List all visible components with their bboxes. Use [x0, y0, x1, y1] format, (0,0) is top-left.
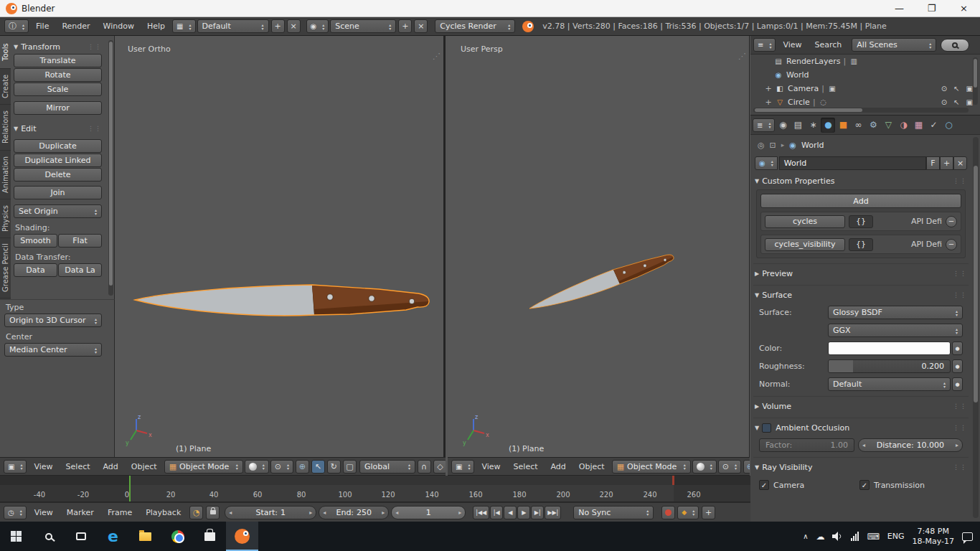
menu-window[interactable]: Window	[98, 22, 140, 31]
ao-distance-field[interactable]: Distance: 10.000	[858, 438, 963, 452]
custom-properties-header[interactable]: ▼ Custom Properties ⋮⋮	[755, 174, 967, 187]
translate-manipulator-button[interactable]: ↖	[311, 460, 325, 474]
timeline-menu-playback[interactable]: Playback	[140, 508, 187, 517]
outliner-row-camera[interactable]: + ◧ Camera | ▣ ⊙ ↖ ▣	[750, 82, 980, 95]
tab-modifiers[interactable]: ⚙	[866, 118, 880, 133]
mirror-button[interactable]: Mirror	[14, 101, 102, 115]
view-menu[interactable]: View	[476, 462, 506, 471]
next-keyframe-button[interactable]: ▶|	[531, 506, 544, 519]
scrollbar-thumb[interactable]	[755, 108, 862, 112]
file-explorer-button[interactable]	[129, 522, 161, 551]
screen-layout-icon-button[interactable]: ▦ ▴▾	[172, 19, 195, 33]
tab-relations[interactable]: Relations	[0, 105, 11, 151]
edit-panel-header[interactable]: ▼ Edit ⋮⋮	[14, 122, 102, 135]
ray-visibility-header[interactable]: ▼ Ray Visibility ⋮⋮	[755, 461, 967, 474]
editor-type-timeline-button[interactable]: ◷ ▴▾	[4, 506, 27, 519]
edge-button[interactable]: e	[97, 522, 129, 551]
object-menu[interactable]: Object	[126, 462, 163, 471]
tool-shelf-scrollbar[interactable]	[108, 40, 113, 296]
mode-dropdown[interactable]: ▦ Object Mode ▴▾	[612, 460, 691, 474]
add-layout-button[interactable]: +	[271, 19, 285, 33]
knife-object[interactable]	[527, 249, 676, 316]
store-button[interactable]	[194, 522, 226, 551]
node-socket-button[interactable]: ●	[952, 359, 963, 373]
properties-scrollbar[interactable]	[973, 137, 979, 518]
new-datablock-button[interactable]: +	[940, 156, 953, 170]
outliner-menu-view[interactable]: View	[777, 40, 807, 50]
mode-dropdown[interactable]: ▦ Object Mode ▴▾	[164, 460, 243, 474]
transmission-checkbox[interactable]: ✓	[859, 480, 870, 490]
selectability-cursor-icon[interactable]: ↖	[953, 85, 959, 93]
delete-button[interactable]: Delete	[14, 168, 102, 182]
viewport-corner-handle[interactable]: ⋰	[433, 52, 440, 61]
tab-texture[interactable]: ▦	[911, 118, 925, 133]
scene-icon-button[interactable]: ◉ ▴▾	[306, 19, 329, 33]
distribution-dropdown[interactable]: GGX ▴▾	[828, 324, 963, 337]
editor-type-3dview-button[interactable]: ▣ ▴▾	[451, 460, 474, 474]
tab-physics[interactable]: Physics	[0, 199, 11, 238]
edit-property-button[interactable]: −	[946, 216, 957, 227]
tab-render-layers[interactable]: ▤	[791, 118, 805, 133]
manipulator-toggle-button[interactable]: ⊕	[743, 460, 750, 474]
tab-object-data[interactable]: ▽	[881, 118, 895, 133]
maximize-button[interactable]: ❐	[915, 0, 948, 17]
set-origin-dropdown[interactable]: Set Origin ▴▾	[14, 204, 102, 218]
tab-scene[interactable]: ∗	[806, 118, 820, 133]
outliner-menu-search[interactable]: Search	[809, 40, 848, 50]
knife-object[interactable]	[135, 285, 429, 316]
transform-panel-header[interactable]: ▼ Transform ⋮⋮	[14, 40, 102, 53]
play-button[interactable]: ▶	[517, 506, 530, 519]
tab-create[interactable]: Create	[0, 69, 11, 105]
start-frame-field[interactable]: Start: 1	[225, 506, 316, 519]
outliner-row-renderlayers[interactable]: ▤ RenderLayers | ▥	[750, 55, 980, 68]
outliner-hscrollbar[interactable]	[753, 108, 969, 113]
timeline-menu-marker[interactable]: Marker	[61, 508, 100, 517]
tab-tools[interactable]: Tools	[0, 36, 11, 69]
duplicate-button[interactable]: Duplicate	[14, 139, 102, 153]
node-socket-button[interactable]: ●	[952, 342, 963, 355]
tray-expand-icon[interactable]: ∧	[803, 532, 808, 541]
delete-scene-button[interactable]: ×	[414, 19, 428, 33]
normal-dropdown[interactable]: Default ▴▾	[828, 377, 951, 391]
transform-orientation-dropdown[interactable]: Global ▴▾	[359, 460, 415, 474]
view-menu[interactable]: View	[28, 462, 58, 471]
translate-button[interactable]: Translate	[14, 54, 102, 67]
jump-to-start-button[interactable]: |◀◀	[473, 506, 489, 519]
data-transfer-data-button[interactable]: Data	[14, 263, 57, 277]
property-value-field[interactable]: {}	[849, 238, 873, 251]
notification-center-icon[interactable]	[962, 532, 973, 541]
keying-set-dropdown[interactable]: ◆ ▴▾	[677, 506, 699, 519]
chrome-button[interactable]	[161, 522, 194, 551]
network-icon[interactable]	[851, 532, 859, 541]
menu-file[interactable]: File	[30, 22, 55, 31]
editor-type-outliner-button[interactable]: ≡ ▴▾	[753, 38, 776, 52]
scrollbar-thumb[interactable]	[974, 166, 978, 402]
menu-help[interactable]: Help	[141, 22, 171, 31]
jump-to-end-button[interactable]: ▶▶|	[545, 506, 561, 519]
outliner-scope-dropdown[interactable]: All Scenes ▴▾	[852, 38, 936, 52]
ambient-occlusion-header[interactable]: ▼ Ambient Occlusion ⋮⋮	[755, 421, 967, 434]
language-indicator[interactable]: ENG	[887, 532, 905, 541]
edit-property-button[interactable]: −	[946, 239, 957, 250]
property-name-button[interactable]: cycles	[765, 215, 845, 228]
duplicate-linked-button[interactable]: Duplicate Linked	[14, 154, 102, 167]
viewport-shading-dropdown[interactable]: ▴▾	[692, 460, 717, 474]
tab-object[interactable]: ■	[836, 118, 850, 133]
insert-keyframe-button[interactable]: +	[702, 506, 715, 519]
editor-type-properties-button[interactable]: ≣ ▴▾	[753, 118, 775, 132]
timeline-menu-frame[interactable]: Frame	[102, 508, 138, 517]
center-dropdown[interactable]: Median Center ▴▾	[4, 343, 102, 357]
editor-type-info-button[interactable]: ⓘ ▴▾	[4, 19, 29, 33]
tab-animation[interactable]: Animation	[0, 151, 11, 199]
node-socket-button[interactable]: ●	[952, 377, 963, 391]
rotate-button[interactable]: Rotate	[14, 68, 102, 82]
end-frame-field[interactable]: End: 250	[319, 506, 389, 519]
origin-type-dropdown[interactable]: Origin to 3D Cursor ▴▾	[4, 314, 102, 327]
surface-shader-dropdown[interactable]: Glossy BSDF ▴▾	[828, 306, 963, 319]
scene-selector[interactable]: Scene ▴▾	[330, 19, 396, 33]
unlink-datablock-button[interactable]: ×	[953, 156, 967, 170]
scrollbar-thumb[interactable]	[974, 59, 977, 88]
screen-layout-selector[interactable]: Default ▴▾	[197, 19, 269, 33]
add-menu[interactable]: Add	[545, 462, 572, 471]
current-frame-line[interactable]	[129, 476, 131, 501]
